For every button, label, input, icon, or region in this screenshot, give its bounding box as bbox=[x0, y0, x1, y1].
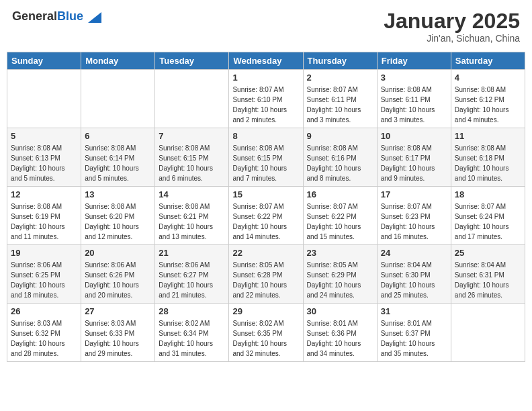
weekday-header: Sunday bbox=[7, 52, 81, 70]
day-number: 8 bbox=[232, 131, 299, 141]
calendar-cell: 1Sunrise: 8:07 AM Sunset: 6:10 PM Daylig… bbox=[229, 70, 303, 128]
weekday-header: Thursday bbox=[303, 52, 377, 70]
day-info: Sunrise: 8:08 AM Sunset: 6:14 PM Dayligh… bbox=[85, 143, 151, 183]
day-number: 23 bbox=[307, 248, 373, 258]
calendar-cell: 27Sunrise: 8:03 AM Sunset: 6:33 PM Dayli… bbox=[81, 304, 155, 362]
calendar-cell: 17Sunrise: 8:07 AM Sunset: 6:23 PM Dayli… bbox=[377, 187, 451, 245]
day-info: Sunrise: 8:08 AM Sunset: 6:11 PM Dayligh… bbox=[381, 85, 447, 125]
calendar-cell: 5Sunrise: 8:08 AM Sunset: 6:13 PM Daylig… bbox=[7, 128, 81, 187]
logo-blue: Blue bbox=[57, 9, 83, 23]
weekday-header-row: SundayMondayTuesdayWednesdayThursdayFrid… bbox=[7, 52, 525, 70]
calendar-week-row: 26Sunrise: 8:03 AM Sunset: 6:32 PM Dayli… bbox=[7, 304, 525, 362]
calendar-cell bbox=[7, 70, 81, 128]
day-info: Sunrise: 8:06 AM Sunset: 6:27 PM Dayligh… bbox=[159, 260, 225, 300]
calendar-week-row: 19Sunrise: 8:06 AM Sunset: 6:25 PM Dayli… bbox=[7, 245, 525, 304]
weekday-header: Tuesday bbox=[155, 52, 229, 70]
day-info: Sunrise: 8:08 AM Sunset: 6:19 PM Dayligh… bbox=[11, 201, 77, 242]
calendar-cell: 19Sunrise: 8:06 AM Sunset: 6:25 PM Dayli… bbox=[7, 245, 81, 304]
day-info: Sunrise: 8:04 AM Sunset: 6:31 PM Dayligh… bbox=[455, 260, 521, 300]
calendar-week-row: 12Sunrise: 8:08 AM Sunset: 6:19 PM Dayli… bbox=[7, 187, 525, 245]
calendar-cell: 28Sunrise: 8:02 AM Sunset: 6:34 PM Dayli… bbox=[155, 304, 229, 362]
calendar-cell: 10Sunrise: 8:08 AM Sunset: 6:17 PM Dayli… bbox=[377, 128, 451, 187]
day-number: 28 bbox=[159, 306, 225, 316]
day-info: Sunrise: 8:07 AM Sunset: 6:10 PM Dayligh… bbox=[232, 85, 299, 125]
svg-marker-0 bbox=[88, 12, 101, 23]
calendar-cell: 20Sunrise: 8:06 AM Sunset: 6:26 PM Dayli… bbox=[81, 245, 155, 304]
day-info: Sunrise: 8:03 AM Sunset: 6:32 PM Dayligh… bbox=[11, 318, 77, 359]
calendar-week-row: 1Sunrise: 8:07 AM Sunset: 6:10 PM Daylig… bbox=[7, 70, 525, 128]
calendar-cell: 6Sunrise: 8:08 AM Sunset: 6:14 PM Daylig… bbox=[81, 128, 155, 187]
day-info: Sunrise: 8:04 AM Sunset: 6:30 PM Dayligh… bbox=[381, 260, 447, 300]
day-number: 4 bbox=[455, 73, 521, 83]
calendar-cell: 25Sunrise: 8:04 AM Sunset: 6:31 PM Dayli… bbox=[451, 245, 525, 304]
calendar-cell: 23Sunrise: 8:05 AM Sunset: 6:29 PM Dayli… bbox=[303, 245, 377, 304]
day-number: 5 bbox=[11, 131, 77, 141]
calendar-cell: 26Sunrise: 8:03 AM Sunset: 6:32 PM Dayli… bbox=[7, 304, 81, 362]
day-number: 29 bbox=[232, 306, 299, 316]
day-number: 21 bbox=[159, 248, 225, 258]
day-number: 1 bbox=[232, 73, 299, 83]
page-header: GeneralBlue January 2025 Jin'an, Sichuan… bbox=[7, 7, 525, 46]
calendar-cell: 4Sunrise: 8:08 AM Sunset: 6:12 PM Daylig… bbox=[451, 70, 525, 128]
day-info: Sunrise: 8:05 AM Sunset: 6:29 PM Dayligh… bbox=[307, 260, 373, 300]
logo-icon bbox=[88, 12, 101, 23]
month-title: January 2025 bbox=[384, 9, 520, 33]
day-number: 10 bbox=[381, 131, 447, 141]
day-number: 31 bbox=[381, 306, 447, 316]
calendar-cell: 3Sunrise: 8:08 AM Sunset: 6:11 PM Daylig… bbox=[377, 70, 451, 128]
day-info: Sunrise: 8:07 AM Sunset: 6:22 PM Dayligh… bbox=[307, 201, 373, 242]
calendar-cell: 9Sunrise: 8:08 AM Sunset: 6:16 PM Daylig… bbox=[303, 128, 377, 187]
day-number: 19 bbox=[11, 248, 77, 258]
logo-general: General bbox=[12, 9, 57, 23]
day-number: 12 bbox=[11, 189, 77, 199]
calendar-cell bbox=[451, 304, 525, 362]
day-info: Sunrise: 8:08 AM Sunset: 6:20 PM Dayligh… bbox=[85, 201, 151, 242]
day-number: 17 bbox=[381, 189, 447, 199]
day-number: 2 bbox=[307, 73, 373, 83]
day-info: Sunrise: 8:08 AM Sunset: 6:18 PM Dayligh… bbox=[455, 143, 521, 183]
day-number: 11 bbox=[455, 131, 521, 141]
day-number: 3 bbox=[381, 73, 447, 83]
day-info: Sunrise: 8:06 AM Sunset: 6:26 PM Dayligh… bbox=[85, 260, 151, 300]
day-info: Sunrise: 8:05 AM Sunset: 6:28 PM Dayligh… bbox=[232, 260, 299, 300]
weekday-header: Wednesday bbox=[229, 52, 303, 70]
day-number: 7 bbox=[159, 131, 225, 141]
day-number: 22 bbox=[232, 248, 299, 258]
calendar-cell: 7Sunrise: 8:08 AM Sunset: 6:15 PM Daylig… bbox=[155, 128, 229, 187]
day-info: Sunrise: 8:06 AM Sunset: 6:25 PM Dayligh… bbox=[11, 260, 77, 300]
day-info: Sunrise: 8:08 AM Sunset: 6:17 PM Dayligh… bbox=[381, 143, 447, 183]
day-number: 6 bbox=[85, 131, 151, 141]
day-number: 24 bbox=[381, 248, 447, 258]
calendar-cell: 11Sunrise: 8:08 AM Sunset: 6:18 PM Dayli… bbox=[451, 128, 525, 187]
weekday-header: Monday bbox=[81, 52, 155, 70]
day-info: Sunrise: 8:08 AM Sunset: 6:13 PM Dayligh… bbox=[11, 143, 77, 183]
day-number: 13 bbox=[85, 189, 151, 199]
day-number: 15 bbox=[232, 189, 299, 199]
day-info: Sunrise: 8:08 AM Sunset: 6:15 PM Dayligh… bbox=[232, 143, 299, 183]
day-info: Sunrise: 8:07 AM Sunset: 6:11 PM Dayligh… bbox=[307, 85, 373, 125]
calendar-cell: 15Sunrise: 8:07 AM Sunset: 6:22 PM Dayli… bbox=[229, 187, 303, 245]
day-number: 18 bbox=[455, 189, 521, 199]
day-info: Sunrise: 8:03 AM Sunset: 6:33 PM Dayligh… bbox=[85, 318, 151, 359]
day-info: Sunrise: 8:07 AM Sunset: 6:22 PM Dayligh… bbox=[232, 201, 299, 242]
calendar-cell: 22Sunrise: 8:05 AM Sunset: 6:28 PM Dayli… bbox=[229, 245, 303, 304]
calendar-cell bbox=[81, 70, 155, 128]
day-info: Sunrise: 8:01 AM Sunset: 6:37 PM Dayligh… bbox=[381, 318, 447, 359]
day-number: 9 bbox=[307, 131, 373, 141]
calendar-cell: 29Sunrise: 8:02 AM Sunset: 6:35 PM Dayli… bbox=[229, 304, 303, 362]
calendar-cell: 16Sunrise: 8:07 AM Sunset: 6:22 PM Dayli… bbox=[303, 187, 377, 245]
day-number: 27 bbox=[85, 306, 151, 316]
day-info: Sunrise: 8:07 AM Sunset: 6:24 PM Dayligh… bbox=[455, 201, 521, 242]
calendar-cell: 12Sunrise: 8:08 AM Sunset: 6:19 PM Dayli… bbox=[7, 187, 81, 245]
day-info: Sunrise: 8:01 AM Sunset: 6:36 PM Dayligh… bbox=[307, 318, 373, 359]
logo: GeneralBlue bbox=[12, 9, 101, 24]
calendar-cell: 31Sunrise: 8:01 AM Sunset: 6:37 PM Dayli… bbox=[377, 304, 451, 362]
calendar-cell: 13Sunrise: 8:08 AM Sunset: 6:20 PM Dayli… bbox=[81, 187, 155, 245]
day-number: 20 bbox=[85, 248, 151, 258]
day-number: 14 bbox=[159, 189, 225, 199]
location: Jin'an, Sichuan, China bbox=[384, 33, 520, 44]
day-number: 30 bbox=[307, 306, 373, 316]
day-info: Sunrise: 8:08 AM Sunset: 6:16 PM Dayligh… bbox=[307, 143, 373, 183]
calendar-cell: 24Sunrise: 8:04 AM Sunset: 6:30 PM Dayli… bbox=[377, 245, 451, 304]
weekday-header: Friday bbox=[377, 52, 451, 70]
